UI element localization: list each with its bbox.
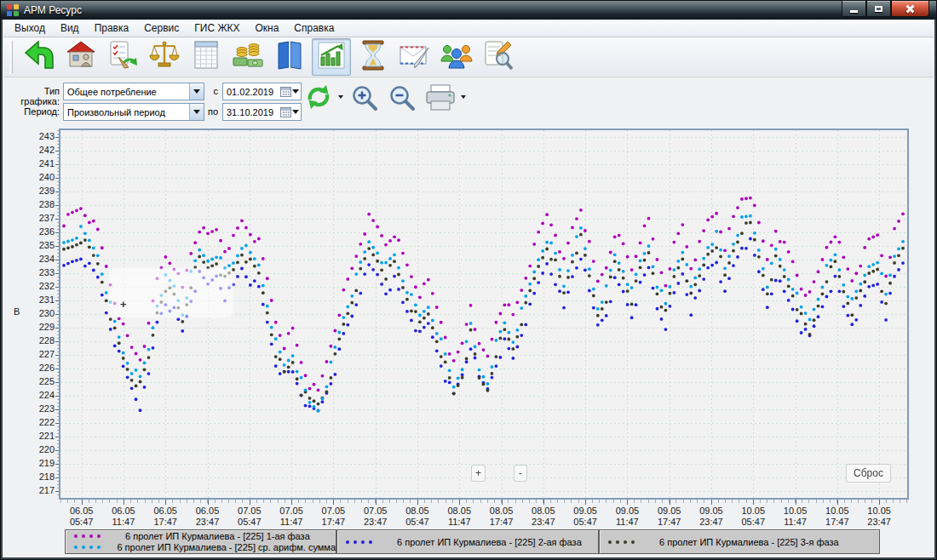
x-tick-label: 07.0511:47 [267,506,315,528]
toolbar-home-button[interactable] [61,38,101,76]
legend-marker-dots [74,534,110,538]
legend-panel-3: 6 пролет ИП Курмалиева - [225] 3-я фаза [599,529,880,554]
print-dropdown-icon[interactable] [461,93,469,101]
printer-icon [423,83,457,113]
period-dropdown-icon[interactable] [189,104,204,120]
app-icon [6,3,20,17]
x-tick-label: 10.0517:47 [813,506,861,528]
period-label: Период: [5,106,60,117]
money-icon [231,39,265,75]
x-tick-label: 06.0517:47 [141,506,189,528]
x-tick-mark [543,500,544,505]
home-icon [65,39,97,75]
date-to-field[interactable]: 31.10.2019 [222,103,302,121]
toolbar-chart-button[interactable] [312,38,351,76]
x-tick-mark [670,500,670,505]
toolbar-users-button[interactable] [437,38,476,76]
zoom-out-button[interactable] [387,83,417,113]
x-tick-label: 09.0517:47 [646,506,693,528]
toolbar-hourglass-button[interactable] [354,38,393,76]
y-tick-label: 217 [32,485,55,495]
y-tick-label: 234 [32,254,55,264]
y-tick-label: 219 [32,458,55,468]
calendar-icon[interactable] [280,86,291,97]
chart-type-select[interactable]: Общее потребление [63,83,204,100]
toolbar-inspect-button[interactable] [479,38,518,76]
date-from-dropdown-icon[interactable] [292,89,299,94]
app-window: АРМ Ресурс ВыходВидПравкаСервисГИС ЖКХОк… [0,0,937,560]
date-to-dropdown-icon[interactable] [292,110,299,114]
menu-item-3[interactable]: Правка [87,20,137,36]
legend-entry: 6 пролет ИП Курмалиева - [225] 2-ая фаза [337,530,598,553]
toolbar-back-button[interactable] [20,38,59,76]
y-tick-label: 240 [32,172,55,182]
toolbar-table-button[interactable] [187,38,226,76]
x-tick-mark [250,500,250,505]
menu-item-4[interactable]: Сервис [136,20,187,36]
toolbar-grip [10,41,13,73]
period-select[interactable]: Произвольный период [63,103,204,121]
close-button[interactable] [891,1,929,17]
menu-item-6[interactable]: Окна [247,20,286,36]
chart-zoom-out-button[interactable]: - [514,465,527,482]
title-bar[interactable]: АРМ Ресурс [1,1,936,20]
plot-frame: + + - Сброс [59,129,909,500]
letter-icon [398,40,432,74]
tooltip-ghost [109,268,233,317]
x-tick-label: 10.0523:47 [855,506,903,528]
chart-reset-button[interactable]: Сброс [846,464,891,483]
date-from-field[interactable]: 01.02.2019 [222,83,302,100]
toolbar-letter-button[interactable] [395,38,434,76]
chart-type-dropdown-icon[interactable] [189,83,204,100]
zoom-in-icon [350,83,379,112]
back-icon [21,39,57,75]
x-tick-label: 08.0505:47 [394,506,441,528]
minimize-button[interactable] [842,1,866,17]
x-tick-mark [753,500,754,505]
y-tick-label: 231 [32,294,55,305]
x-tick-mark [291,500,292,505]
y-tick-label: 236 [32,226,55,237]
x-tick-label: 07.0517:47 [309,506,357,528]
x-tick-mark [124,500,124,505]
toolbar-book-button[interactable] [270,38,309,76]
hourglass-icon [360,39,386,75]
y-tick-label: 241 [32,158,55,169]
print-button[interactable] [423,82,458,114]
menu-item-5[interactable]: ГИС ЖКХ [187,20,247,36]
y-tick-label: 230 [32,308,55,318]
balance-icon [148,39,181,75]
window-title: АРМ Ресурс [24,4,82,16]
period-value: Произвольный период [67,107,189,117]
date-from-label: с [208,86,218,96]
y-tick-label: 242 [32,145,55,155]
menu-item-1[interactable]: Выход [7,20,53,36]
x-tick-label: 06.0505:47 [58,506,106,528]
menu-item-7[interactable]: Справка [286,20,342,36]
book-icon [274,39,305,75]
legend-entry: 6 пролет ИП Курмалиева - [225] ср. арифм… [66,541,336,552]
toolbar-journal-button[interactable] [103,38,142,76]
x-tick-label: 08.0523:47 [520,506,567,528]
legend-entry: 6 пролет ИП Курмалиева - [225] 1-ая фаза [66,530,336,541]
toolbar-money-button[interactable] [228,38,267,76]
maximize-icon [875,6,882,12]
close-icon [905,4,915,14]
toolbar-balance-button[interactable] [145,38,184,76]
date-from-value: 01.02.2019 [227,87,273,97]
calendar-icon[interactable] [280,106,291,117]
zoom-in-button[interactable] [349,83,380,113]
maximize-button[interactable] [866,1,891,17]
x-tick-mark [459,500,460,505]
refresh-button[interactable] [303,82,334,112]
y-tick-label: 220 [32,444,55,454]
chart-zoom-in-button[interactable]: + [471,465,486,482]
x-tick-mark [711,500,712,505]
legend-label: 6 пролет ИП Курмалиева - [225] 2-ая фаза [397,537,582,547]
y-tick-label: 229 [32,322,55,332]
refresh-dropdown-icon[interactable] [338,93,347,101]
x-tick-label: 09.0505:47 [561,506,609,528]
users-icon [440,39,474,75]
x-tick-label: 09.0523:47 [687,506,735,528]
menu-item-2[interactable]: Вид [53,20,87,36]
